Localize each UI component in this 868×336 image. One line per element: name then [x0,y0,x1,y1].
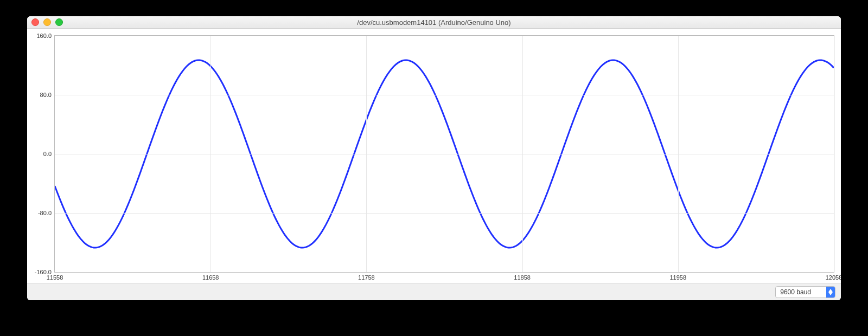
y-tick-label: -160.0 [35,269,55,275]
x-tick-label: 11658 [202,272,219,281]
grid-horizontal [55,95,834,95]
grid-horizontal [55,154,834,154]
baud-rate-select[interactable]: 9600 baud [775,286,835,298]
plot-content: 115581165811758118581195812058-160.0-80.… [27,29,841,283]
zoom-icon[interactable] [55,18,63,26]
y-tick-label: -80.0 [38,210,55,216]
minimize-icon[interactable] [43,18,51,26]
window-title: /dev/cu.usbmodem14101 (Arduino/Genuino U… [27,18,841,27]
baud-rate-label: 9600 baud [776,287,826,298]
x-tick-label: 11858 [514,272,531,281]
serial-plotter-window: /dev/cu.usbmodem14101 (Arduino/Genuino U… [27,16,841,300]
x-tick-label: 12058 [826,272,841,281]
titlebar[interactable]: /dev/cu.usbmodem14101 (Arduino/Genuino U… [27,16,841,29]
x-tick-label: 11758 [358,272,375,281]
x-tick-label: 11958 [670,272,687,281]
y-tick-label: 0.0 [43,151,55,157]
y-tick-label: 160.0 [36,33,55,39]
window-controls [31,18,63,26]
close-icon[interactable] [31,18,39,26]
y-tick-label: 80.0 [40,92,55,98]
plot-area: 115581165811758118581195812058-160.0-80.… [54,35,834,273]
grid-horizontal [55,213,834,214]
bottom-toolbar: 9600 baud [27,283,841,300]
select-arrows-icon [826,287,835,298]
